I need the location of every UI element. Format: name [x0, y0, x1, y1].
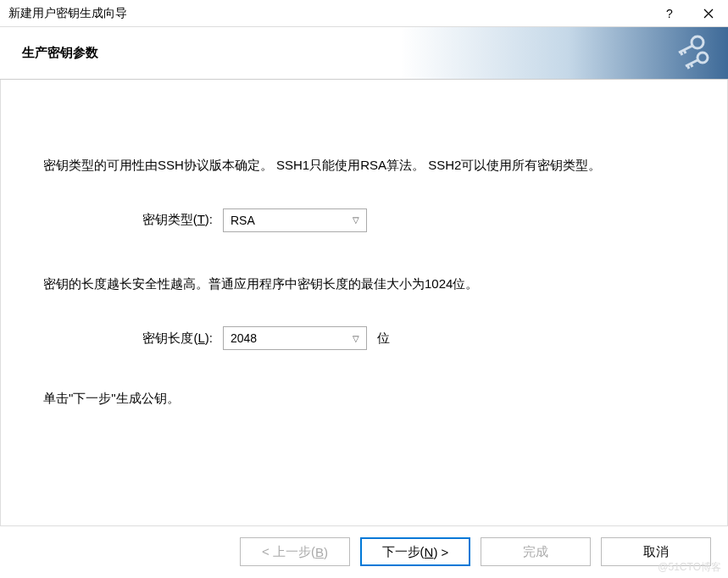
- key-length-value: 2048: [231, 331, 257, 345]
- button-bar: < 上一步(B) 下一步(N) > 完成 取消: [0, 526, 728, 577]
- key-length-description: 密钥的长度越长安全性越高。普通应用程序中密钥长度的最佳大小为1024位。: [43, 273, 685, 295]
- close-icon: [703, 8, 714, 19]
- key-type-value: RSA: [231, 214, 255, 227]
- key-type-select[interactable]: RSA ▽: [223, 208, 367, 232]
- header-banner: 生产密钥参数: [0, 27, 728, 80]
- next-button[interactable]: 下一步(N) >: [360, 537, 470, 566]
- finish-button: 完成: [481, 537, 591, 566]
- page-title: 生产密钥参数: [22, 45, 98, 61]
- titlebar-controls: ?: [650, 0, 728, 26]
- keys-icon: [653, 34, 713, 73]
- back-button: < 上一步(B): [240, 537, 350, 566]
- key-length-select[interactable]: 2048 ▽: [223, 326, 367, 350]
- close-button[interactable]: [689, 0, 728, 26]
- svg-line-5: [684, 50, 686, 53]
- key-length-unit: 位: [377, 331, 390, 347]
- svg-point-2: [692, 36, 703, 48]
- svg-line-8: [687, 65, 689, 69]
- next-step-hint: 单击"下一步"生成公钥。: [43, 391, 685, 407]
- key-length-label: 密钥长度(L):: [128, 331, 223, 347]
- titlebar: 新建用户密钥生成向导 ?: [0, 0, 728, 27]
- help-button[interactable]: ?: [650, 0, 689, 26]
- key-type-row: 密钥类型(T): RSA ▽: [43, 208, 685, 232]
- svg-line-9: [691, 64, 692, 67]
- window-title: 新建用户密钥生成向导: [8, 6, 650, 21]
- chevron-down-icon: ▽: [353, 215, 359, 225]
- watermark: @51CTO博客: [658, 560, 721, 575]
- key-type-label: 密钥类型(T):: [128, 212, 223, 228]
- key-length-row: 密钥长度(L): 2048 ▽ 位: [43, 326, 685, 350]
- svg-point-6: [697, 53, 708, 63]
- svg-line-4: [681, 52, 682, 55]
- key-type-description: 密钥类型的可用性由SSH协议版本确定。 SSH1只能使用RSA算法。 SSH2可…: [43, 154, 685, 176]
- content-area: 密钥类型的可用性由SSH协议版本确定。 SSH1只能使用RSA算法。 SSH2可…: [0, 80, 728, 526]
- chevron-down-icon: ▽: [353, 334, 359, 343]
